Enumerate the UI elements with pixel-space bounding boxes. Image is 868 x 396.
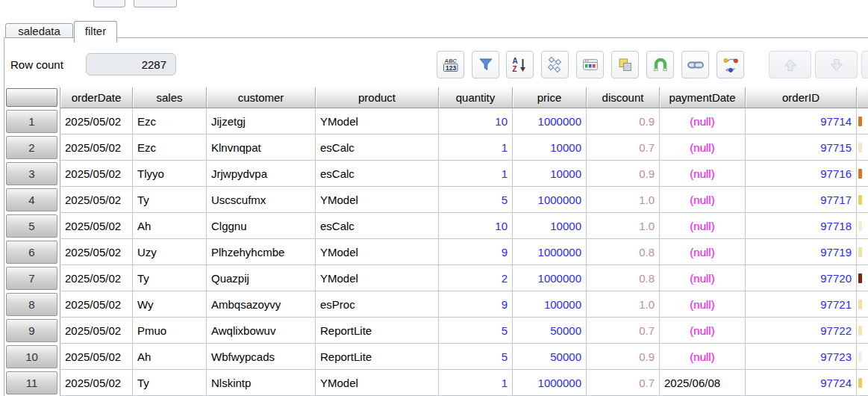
move-up-button[interactable] <box>769 51 811 78</box>
cell-customer[interactable]: Nlskintp <box>207 370 316 396</box>
row-number-cell[interactable]: 3 <box>4 161 60 187</box>
cell-quantity[interactable]: 1 <box>439 370 513 396</box>
cell-product[interactable]: YModel <box>316 239 439 265</box>
cell-price[interactable]: 1000000 <box>513 370 587 396</box>
cell-orderID[interactable]: 97722 <box>746 318 857 344</box>
cell-sales[interactable]: Ezc <box>133 108 207 134</box>
cell-quantity[interactable]: 10 <box>439 108 513 134</box>
cell-price[interactable]: 1000000 <box>513 239 587 265</box>
row-number-cell[interactable]: 7 <box>4 265 60 291</box>
cell-quantity[interactable]: 9 <box>439 291 513 318</box>
grid-corner-cell[interactable] <box>4 87 60 108</box>
cell-customer[interactable]: Wbfwypcads <box>207 344 316 370</box>
row-number-cell[interactable]: 5 <box>4 213 60 239</box>
row-number-cell[interactable]: 2 <box>4 134 60 161</box>
truncated-top-button-2[interactable] <box>134 0 177 7</box>
cell-orderID[interactable]: 97724 <box>746 370 857 396</box>
cell-price[interactable]: 10000 <box>513 213 587 239</box>
cell-price[interactable]: 100000 <box>513 291 587 318</box>
row-number-cell[interactable]: 9 <box>4 318 60 344</box>
cell-quantity[interactable]: 9 <box>439 239 513 265</box>
cell-sales[interactable]: Tlyyo <box>133 161 207 187</box>
row-number-cell[interactable]: 4 <box>4 187 60 213</box>
cell-product[interactable]: esCalc <box>316 213 439 239</box>
cell-sales[interactable]: Ezc <box>133 134 207 161</box>
cell-paymentDate[interactable]: (null) <box>660 265 746 291</box>
column-header-sales[interactable]: sales <box>133 87 207 108</box>
cell-customer[interactable]: Quazpij <box>207 265 316 291</box>
cell-customer[interactable]: Clggnu <box>207 213 316 239</box>
refresh-sync-button[interactable] <box>716 51 744 78</box>
cell-sales[interactable]: Ty <box>133 370 207 396</box>
cell-orderID[interactable]: 97715 <box>746 134 857 161</box>
truncated-top-button[interactable] <box>93 0 125 7</box>
magnet-button[interactable] <box>646 51 674 78</box>
column-header-discount[interactable]: discount <box>587 87 660 108</box>
cell-price[interactable]: 1000000 <box>513 108 587 134</box>
tab-filter[interactable]: filter <box>74 21 117 43</box>
cell-price[interactable]: 10000 <box>513 161 587 187</box>
cell-sales[interactable]: Ty <box>133 187 207 213</box>
cell-product[interactable]: YModel <box>316 187 439 213</box>
column-header-customer[interactable]: customer <box>207 87 316 108</box>
filter-button[interactable] <box>472 51 499 78</box>
cell-quantity[interactable]: 5 <box>439 318 513 344</box>
options-button[interactable] <box>576 51 604 78</box>
column-header-orderID[interactable]: orderID <box>746 87 857 108</box>
cell-paymentDate[interactable]: (null) <box>660 187 746 213</box>
cell-orderID[interactable]: 97716 <box>746 161 857 187</box>
cell-price[interactable]: 50000 <box>513 344 587 370</box>
cell-price[interactable]: 10000 <box>513 134 587 161</box>
link-button[interactable] <box>681 51 709 78</box>
cell-product[interactable]: ReportLite <box>316 344 439 370</box>
cell-sales[interactable]: Ah <box>133 213 207 239</box>
cell-orderID[interactable]: 97719 <box>746 239 857 265</box>
column-header-price[interactable]: price <box>513 87 587 108</box>
cell-quantity[interactable]: 5 <box>439 187 513 213</box>
copy-levels-button[interactable] <box>611 51 639 78</box>
cell-quantity[interactable]: 10 <box>439 213 513 239</box>
cell-paymentDate[interactable]: (null) <box>660 213 746 239</box>
cell-product[interactable]: esCalc <box>316 134 439 161</box>
group-button[interactable] <box>541 51 569 78</box>
cell-orderDate[interactable]: 2025/05/02 <box>60 108 133 134</box>
cell-paymentDate[interactable]: (null) <box>660 161 746 187</box>
cell-customer[interactable]: Plhzehyhcmbe <box>207 239 316 265</box>
cell-product[interactable]: YModel <box>316 370 439 396</box>
cell-discount[interactable]: 1.0 <box>587 213 660 239</box>
row-number-cell[interactable]: 11 <box>4 370 60 396</box>
cell-orderID[interactable]: 97720 <box>746 265 857 291</box>
cell-discount[interactable]: 0.8 <box>587 239 660 265</box>
cell-product[interactable]: esProc <box>316 291 439 318</box>
cell-discount[interactable]: 0.9 <box>587 108 660 134</box>
cell-paymentDate[interactable]: (null) <box>660 108 746 134</box>
cell-discount[interactable]: 0.7 <box>587 370 660 396</box>
truncated-toolbar-button[interactable] <box>861 51 868 78</box>
cell-quantity[interactable]: 5 <box>439 344 513 370</box>
row-number-cell[interactable]: 8 <box>4 291 60 318</box>
column-header-product[interactable]: product <box>316 87 439 108</box>
cell-orderDate[interactable]: 2025/05/02 <box>60 344 133 370</box>
cell-orderDate[interactable]: 2025/05/02 <box>60 134 133 161</box>
cell-discount[interactable]: 1.0 <box>587 187 660 213</box>
cell-customer[interactable]: Klnvnqpat <box>207 134 316 161</box>
cell-discount[interactable]: 0.7 <box>587 318 660 344</box>
cell-sales[interactable]: Wy <box>133 291 207 318</box>
cell-orderDate[interactable]: 2025/05/02 <box>60 265 133 291</box>
cell-discount[interactable]: 0.7 <box>587 134 660 161</box>
cell-customer[interactable]: Jrjwpydvpa <box>207 161 316 187</box>
cell-paymentDate[interactable]: (null) <box>660 344 746 370</box>
sort-button[interactable]: A Z <box>506 51 534 78</box>
cell-orderDate[interactable]: 2025/05/02 <box>60 370 133 396</box>
cell-product[interactable]: esCalc <box>316 161 439 187</box>
tab-saledata[interactable]: saledata <box>5 23 73 38</box>
column-header-paymentDate[interactable]: paymentDate <box>660 87 746 108</box>
move-down-button[interactable] <box>815 51 858 78</box>
cell-paymentDate[interactable]: (null) <box>660 134 746 161</box>
cell-paymentDate[interactable]: (null) <box>660 239 746 265</box>
cell-orderDate[interactable]: 2025/05/02 <box>60 161 133 187</box>
cell-customer[interactable]: Ambqsazoyvy <box>207 291 316 318</box>
cell-sales[interactable]: Ah <box>133 344 207 370</box>
cell-orderDate[interactable]: 2025/05/02 <box>60 187 133 213</box>
cell-quantity[interactable]: 2 <box>439 265 513 291</box>
